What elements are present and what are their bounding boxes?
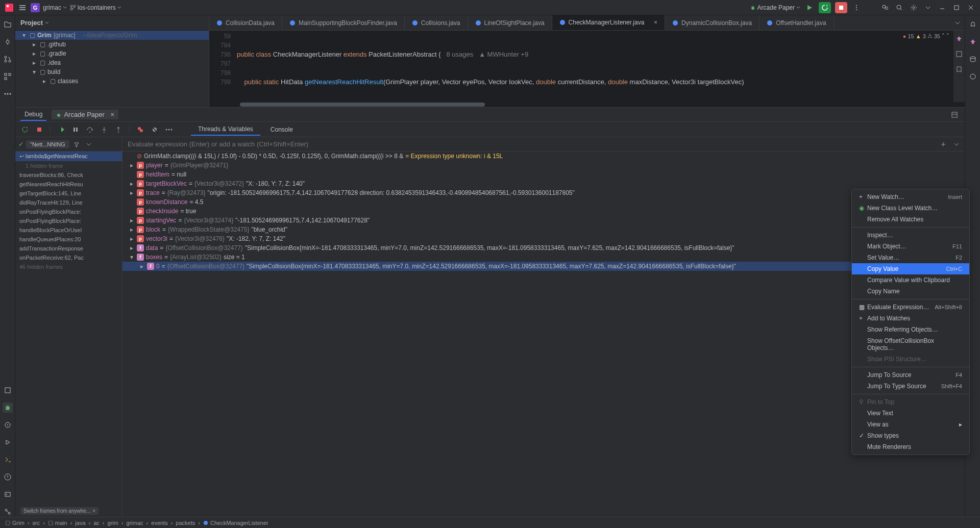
menu-item[interactable]: Set Value…F2 (852, 252, 969, 263)
expand-chevron-icon[interactable]: ▸ (129, 244, 135, 252)
stop-button[interactable] (835, 2, 847, 13)
settings-icon[interactable] (909, 3, 919, 13)
threads-vars-tab[interactable]: Threads & Variables (191, 123, 260, 136)
vcs-branch-selector[interactable]: los-containers (70, 4, 121, 11)
pause-icon[interactable] (70, 124, 81, 135)
debug-tool-icon[interactable] (3, 403, 13, 413)
breadcrumb-item[interactable]: packets (176, 520, 195, 526)
close-tab-icon[interactable]: × (654, 19, 657, 26)
menu-item[interactable]: Copy ValueCtrl+C (852, 263, 969, 274)
menu-item[interactable]: +Add to Watches (852, 313, 969, 324)
variable-row[interactable]: ▸f data = {OffsetCollisionBox@32477} "Si… (122, 243, 965, 253)
breadcrumb-item[interactable]: ▢ Grim (5, 519, 24, 526)
editor-tab[interactable]: CollisionData.java (209, 15, 282, 30)
horizontal-scrollbar[interactable] (209, 102, 965, 107)
thread-selector[interactable]: "Nett...NNING (26, 140, 69, 148)
code-area[interactable]: public class CheckManagerListener extend… (235, 31, 965, 102)
editor-tab[interactable]: OffsetHandler.java (760, 15, 834, 30)
expand-chevron-icon[interactable]: ▾ (129, 254, 135, 261)
variable-row[interactable]: ▸p targetBlockVec = {Vector3i@32472} "X:… (122, 179, 965, 188)
build-tool-icon[interactable] (3, 455, 13, 465)
project-header[interactable]: Project (15, 15, 209, 31)
structure-tool-icon[interactable] (3, 71, 13, 82)
variable-row[interactable]: p heldItem = null (122, 170, 965, 179)
add-watch-icon[interactable] (938, 139, 948, 149)
frame-item[interactable]: onPostFlyingBlockPlace: (15, 207, 122, 216)
variable-row[interactable]: ▸p player = {GrimPlayer@32471} (122, 161, 965, 170)
evaluate-expression-input[interactable] (122, 140, 938, 148)
database-icon[interactable] (968, 54, 978, 64)
tree-item[interactable]: ▸▢ .gradle (15, 49, 209, 58)
more-tools-icon[interactable] (3, 89, 13, 99)
maximize-icon[interactable] (951, 3, 962, 13)
layout-settings-icon[interactable] (949, 110, 960, 120)
variable-row[interactable]: ▸p vector3i = {Vector3i@32476} "X: -182,… (122, 234, 965, 243)
run-button[interactable] (804, 3, 815, 13)
variable-row[interactable]: ▸p startingVec = {Vector3i@32474} "-181.… (122, 216, 965, 225)
notifications-icon[interactable] (968, 19, 978, 30)
problems-tool-icon[interactable] (3, 472, 13, 482)
frames-list[interactable]: ↩ lambda$getNearestReac 1 hidden frame t… (15, 152, 122, 517)
project-badge[interactable]: G (31, 3, 40, 12)
editor-tab[interactable]: DynamicCollisionBox.java (665, 15, 760, 30)
terminal-tool-icon[interactable] (3, 489, 13, 499)
menu-item[interactable]: Jump To SourceF4 (852, 369, 969, 381)
app-logo-icon[interactable] (4, 3, 14, 13)
frame-item[interactable]: getNearestReachHitResu (15, 180, 122, 189)
variable-row[interactable]: p knownDistance = 4.5 (122, 197, 965, 207)
breadcrumb-item[interactable]: ▢ main (48, 519, 67, 526)
debug-rerun-button[interactable] (819, 2, 831, 13)
chevron-down-icon[interactable]: ˅ (946, 33, 949, 39)
menu-item[interactable]: Compare Value with Clipboard (852, 274, 969, 286)
tree-item[interactable]: ▸▢ .github (15, 40, 209, 49)
expand-chevron-icon[interactable]: ▸ (129, 189, 135, 196)
run-tool-icon[interactable] (3, 437, 13, 447)
commit-tool-icon[interactable] (3, 37, 13, 47)
tree-item[interactable]: ▾▢ build (15, 67, 209, 77)
services-tool-icon[interactable] (3, 420, 13, 430)
more-debug-icon[interactable] (163, 124, 175, 135)
menu-item[interactable]: Inspect… (852, 230, 969, 241)
chevron-up-icon[interactable]: ˄ (942, 33, 945, 39)
breadcrumb-item[interactable]: ac (93, 520, 100, 526)
filter-icon[interactable] (71, 139, 82, 149)
more-actions-icon[interactable] (851, 3, 862, 13)
search-icon[interactable] (894, 3, 904, 13)
menu-item[interactable]: +New Watch…Insert (852, 191, 969, 203)
frame-item[interactable]: ↩ lambda$getNearestReac (15, 152, 122, 161)
breadcrumb-item[interactable]: CheckManagerListener (203, 520, 268, 526)
hidden-frames-label[interactable]: 46 hidden frames (15, 262, 122, 271)
resume-icon[interactable] (56, 124, 67, 135)
menu-item[interactable]: ▦Evaluate Expression…Alt+Shift+8 (852, 301, 969, 313)
expand-chevron-icon[interactable]: ▸ (129, 217, 135, 224)
menu-item[interactable]: ◉New Class Level Watch… (852, 203, 969, 214)
menu-item[interactable]: ✓Show types (852, 430, 969, 441)
ai-assistant-icon[interactable] (954, 34, 964, 44)
menu-item[interactable]: Copy Name (852, 286, 969, 297)
tree-item[interactable]: ▸▢ .idea (15, 58, 209, 67)
debug-config-tab[interactable]: Arcade Paper × (52, 110, 118, 119)
editor-tab[interactable]: Collisions.java (405, 15, 468, 30)
vcs-tool-icon[interactable] (3, 507, 13, 517)
variable-row[interactable]: ▾f boxes = {ArrayList@32502} size = 1 (122, 253, 965, 262)
thread-status-icon[interactable]: ✓ (18, 140, 24, 148)
run-config-selector[interactable]: Arcade Paper (750, 4, 800, 11)
frame-item[interactable]: getTargetBlock:145, Line (15, 189, 122, 198)
tree-root[interactable]: ▾▢ Grim [grimac] ~/IdeaProjects/Grim (15, 31, 209, 40)
project-tree[interactable]: Project ▾▢ Grim [grimac] ~/IdeaProjects/… (15, 15, 209, 107)
watches-dropdown-icon[interactable] (951, 139, 962, 149)
expand-chevron-icon[interactable]: ▸ (129, 235, 135, 242)
breadcrumb-item[interactable]: grim (108, 520, 118, 526)
expand-chevron-icon[interactable]: ▸ (129, 180, 135, 187)
editor-body[interactable]: 59 784 796 797 798 799 public class Chec… (209, 31, 965, 102)
variables-view[interactable]: ⊘ GrimMath.clamp(((i & 15L) / 15.0f) - 0… (122, 152, 965, 517)
menu-item[interactable]: View Text (852, 408, 969, 419)
breadcrumb-item[interactable]: events (151, 520, 167, 526)
frame-item[interactable]: onPostFlyingBlockPlace: (15, 216, 122, 225)
main-menu-icon[interactable] (17, 3, 28, 13)
line-gutter[interactable]: 59 784 796 797 798 799 (209, 31, 235, 102)
breadcrumb-item[interactable]: src (33, 520, 40, 526)
expand-chevron-icon[interactable]: ▸ (129, 226, 135, 233)
tab-list-icon[interactable] (952, 18, 963, 28)
editor-tab[interactable]: LineOfSightPlace.java (468, 15, 552, 30)
